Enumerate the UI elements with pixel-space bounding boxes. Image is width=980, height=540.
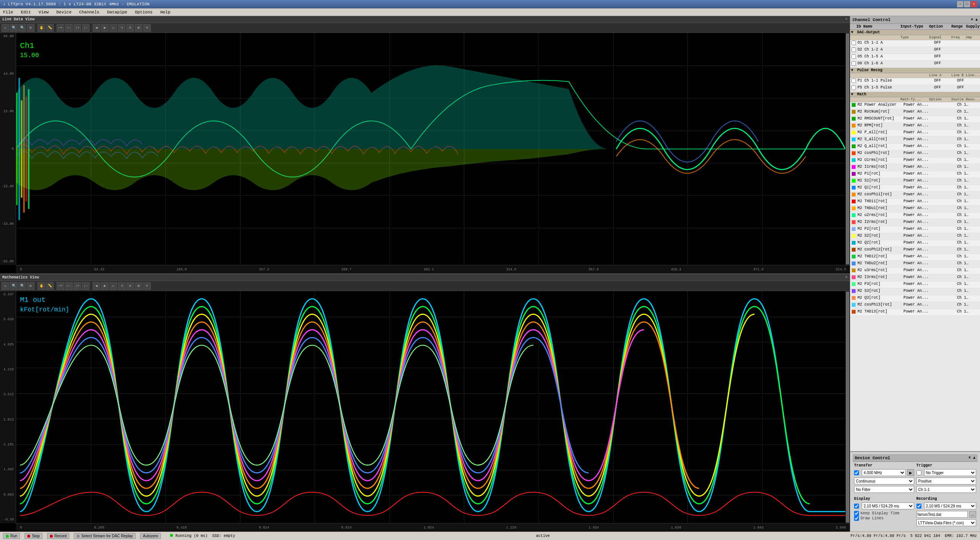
- maximize-button[interactable]: □: [964, 1, 970, 7]
- stop-button[interactable]: Stop: [24, 533, 42, 539]
- math-row-i1rms[interactable]: M2 I1rms[rot] Power An... Ch 1-1: [850, 164, 980, 171]
- dac-o5-check[interactable]: [851, 54, 856, 59]
- menu-help[interactable]: Help: [159, 10, 172, 15]
- math-close[interactable]: ×: [845, 275, 848, 280]
- math-row-u1rms[interactable]: M2 U1rms[rot] Power An... Ch 1-1: [850, 157, 980, 164]
- math-zoom-x-out[interactable]: ↔-: [65, 282, 73, 290]
- math-row-s1[interactable]: M2 S1[rot] Power An... Ch 1-1: [850, 178, 980, 185]
- channel-table[interactable]: ▼ DAC-Output Type Signal Freq Amp Ra... …: [850, 30, 980, 451]
- pan-tool[interactable]: ✋: [38, 24, 45, 32]
- math-row-thdi1[interactable]: M2 THDi1[rot] Power An... Ch 1-1: [850, 199, 980, 206]
- math-row-p1[interactable]: M2 P1[rot] Power An... Ch 1-1: [850, 171, 980, 178]
- recording-check[interactable]: [916, 504, 921, 509]
- menu-view[interactable]: View: [37, 10, 50, 15]
- cursor-tool[interactable]: ↖: [2, 24, 9, 32]
- math-row-s3[interactable]: M2 S3[rot] Power An... Ch 1-1: [850, 288, 980, 295]
- mode-select[interactable]: Continuous: [854, 478, 914, 484]
- math-row-q1[interactable]: M2 Q1[rot] Power An... Ch 1-1: [850, 185, 980, 192]
- pulse-row-p1[interactable]: P1 Ch 1-1 Pulse OFF OFF: [850, 78, 980, 85]
- math-zoom-in[interactable]: 🔍: [10, 282, 18, 290]
- math-expand-icon[interactable]: ▼: [851, 92, 857, 97]
- zoom-y-in[interactable]: ↕+: [74, 24, 81, 32]
- math-row-thdi2[interactable]: M2 THDi2[rot] Power An... Ch 1-1: [850, 254, 980, 261]
- math-row-rotnum[interactable]: M2 RotNum[rot] Power An... Ch 1-1: [850, 109, 980, 116]
- display-check[interactable]: [854, 504, 859, 509]
- dac-row-o2[interactable]: O2 Ch 1-2 A OFF: [850, 47, 980, 54]
- math-row-rpm[interactable]: M2 RPM[rot] Power An... Ch 1-1: [850, 123, 980, 130]
- dac-o6-check[interactable]: [851, 61, 856, 66]
- close-button[interactable]: ×: [971, 1, 977, 7]
- legend-toggle[interactable]: ≡: [143, 24, 151, 32]
- math-row-cosphi1[interactable]: M2 cosPhi1[rot] Power An... Ch 1-1: [850, 192, 980, 199]
- zoom-fit-tool[interactable]: ⊡: [27, 24, 34, 32]
- math-row-p3[interactable]: M2 P3[rot] Power An... Ch 1-1: [850, 281, 980, 288]
- pulse-row-p5[interactable]: P5 Ch 1-5 Pulse OFF OFF: [850, 85, 980, 92]
- math-row-pall[interactable]: M2 P_all[rot] Power An... Ch 1-1: [850, 130, 980, 137]
- math-row-cosphi3[interactable]: M2 cosPhi3[rot] Power An... Ch 1-1: [850, 302, 980, 309]
- dac-expand-icon[interactable]: ▼: [851, 30, 857, 34]
- live-data-close[interactable]: ×: [845, 17, 848, 21]
- math-legend[interactable]: ≡: [143, 282, 151, 290]
- pulse-expand-icon[interactable]: ▼: [851, 68, 857, 72]
- pulse-p1-check[interactable]: [851, 79, 856, 83]
- math-scroll-left[interactable]: ◀: [93, 282, 100, 290]
- math-row-u3rms[interactable]: M2 u3rms[rot] Power An... Ch 1-1: [850, 268, 980, 275]
- math-row-rmscount[interactable]: M2 RMSCOUNT[rot] Power An... Ch 1-1: [850, 116, 980, 123]
- dac-row-o1[interactable]: O1 Ch 1-1 A OFF: [850, 40, 980, 47]
- math-row-power-analyzer[interactable]: M2 Power Analyzer Power An... Ch 1-1: [850, 102, 980, 109]
- math-row-thdu2[interactable]: M2 THDu2[rot] Power An... Ch 1-1: [850, 261, 980, 268]
- freq-check[interactable]: [854, 470, 859, 475]
- math-row-thdu1[interactable]: M2 THDu1[rot] Power An... Ch 1-1: [850, 206, 980, 213]
- math-row-q3[interactable]: M2 Q3[rot] Power An... Ch 1-1: [850, 295, 980, 302]
- math-scroll-right[interactable]: ▶: [101, 282, 109, 290]
- pulse-p5-check[interactable]: [851, 85, 856, 90]
- menu-edit[interactable]: Edit: [19, 10, 32, 15]
- home-view[interactable]: ⌂: [109, 24, 117, 32]
- math-chart[interactable]: 6.337 5.626 4.925 4.219 3.512 2.813 2.10…: [0, 291, 850, 532]
- math-zoom-x-in[interactable]: ↔+: [57, 282, 64, 290]
- grid-toggle[interactable]: ⊞: [135, 24, 142, 32]
- live-data-vscroll-thumb[interactable]: [846, 34, 849, 264]
- zoom-in-tool[interactable]: 🔍: [10, 24, 18, 32]
- live-data-vscroll[interactable]: [845, 33, 850, 265]
- file-filter-select[interactable]: LTTView-Data Files (*.con): [916, 519, 977, 526]
- dac-row-o5[interactable]: O5 Ch 1-5 A OFF: [850, 54, 980, 61]
- trigger-ch-select[interactable]: Ch 1-1: [916, 486, 977, 493]
- math-row-qall[interactable]: M2 Q_all[rot] Power An... Ch 1-1: [850, 144, 980, 151]
- zoom-x-out[interactable]: ↔-: [65, 24, 73, 32]
- math-row-cosphi2[interactable]: M2 cosPhi2[rot] Power An... Ch 1-1: [850, 247, 980, 254]
- select-stream-button[interactable]: Select Stream for DAC Replay: [74, 533, 136, 539]
- record-button[interactable]: Record: [47, 533, 69, 539]
- math-measure[interactable]: 📏: [46, 282, 54, 290]
- math-row-sall[interactable]: M2 S_all[rot] Power An... Ch 1-1: [850, 137, 980, 144]
- math-pan[interactable]: ✋: [38, 282, 45, 290]
- menu-device[interactable]: Device: [55, 10, 73, 15]
- display-value-select[interactable]: 2.10 MS / 524.29 ms: [862, 502, 914, 509]
- math-zoom-y-in[interactable]: ↕+: [74, 282, 81, 290]
- trigger-check[interactable]: [916, 470, 921, 475]
- math-auto-scale[interactable]: A: [126, 282, 134, 290]
- math-row-p2[interactable]: M2 P2[rot] Power An... Ch 1-1: [850, 226, 980, 233]
- end-view[interactable]: ⊣: [118, 24, 126, 32]
- math-row-s2[interactable]: M2 S2[rot] Power An... Ch 1-1: [850, 233, 980, 240]
- device-control-close[interactable]: × ▲: [969, 456, 975, 460]
- math-row-i3rms[interactable]: M2 I3rms[rot] Power An... Ch 1-1: [850, 275, 980, 281]
- menu-file[interactable]: File: [2, 10, 15, 15]
- math-row-thdi3[interactable]: M2 THDi3[rot] Power An... Ch 1-1: [850, 309, 980, 316]
- math-grid[interactable]: ⊞: [135, 282, 142, 290]
- filter-select[interactable]: No Filter: [854, 486, 914, 493]
- math-home[interactable]: ⌂: [109, 282, 117, 290]
- zoom-x-in[interactable]: ↔+: [57, 24, 64, 32]
- filename-browse-btn[interactable]: ...: [969, 511, 976, 518]
- math-zoom-out[interactable]: 🔍: [18, 282, 26, 290]
- channel-control-close[interactable]: × ▲: [971, 18, 978, 22]
- math-cursor-tool[interactable]: ↖: [2, 282, 9, 290]
- math-row-u2rms[interactable]: M2 u2rms[rot] Power An... Ch 1-1: [850, 213, 980, 219]
- trigger-select[interactable]: No Trigger: [924, 469, 977, 476]
- recording-value-select[interactable]: 2.10 MS / 524.29 ms: [924, 502, 977, 509]
- trigger-edge-select[interactable]: Positive: [916, 478, 977, 484]
- live-data-chart[interactable]: 66.00 44.00 22.00 0 -22.00 -33.00 -55.00: [0, 33, 850, 273]
- dac-row-o6[interactable]: O6 Ch 1-6 A OFF: [850, 61, 980, 68]
- scroll-left[interactable]: ◀: [93, 24, 100, 32]
- dac-o1-check[interactable]: [851, 41, 856, 45]
